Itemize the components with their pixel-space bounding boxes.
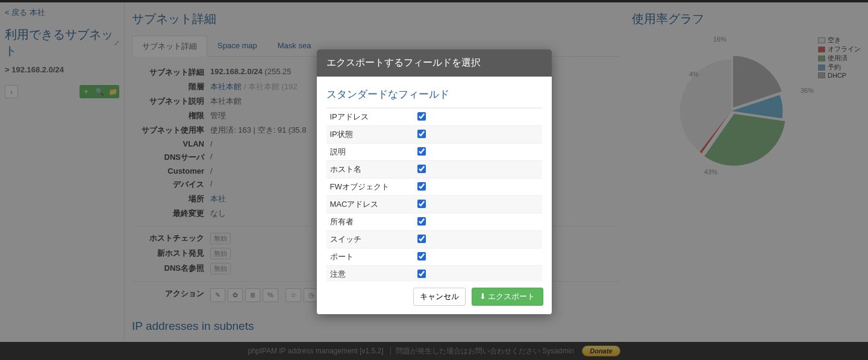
field-label: ホスト名 xyxy=(326,161,414,178)
field-label: 注意 xyxy=(326,266,414,282)
modal-title: エクスポートするフィールドを選択 xyxy=(317,49,552,77)
field-label: 所有者 xyxy=(326,213,414,231)
field-label: IP状態 xyxy=(326,126,414,144)
checkbox-port[interactable] xyxy=(417,252,426,261)
modal-section-header: スタンダードなフィールド xyxy=(326,84,542,108)
download-icon: ⬇ xyxy=(479,292,486,301)
checkbox-hostname[interactable] xyxy=(417,165,426,173)
field-label: MACアドレス xyxy=(326,196,414,213)
checkbox-owner[interactable] xyxy=(417,217,426,226)
field-label: スイッチ xyxy=(326,231,414,248)
checkbox-ipaddress[interactable] xyxy=(417,112,426,121)
field-label: IPアドレス xyxy=(326,109,414,126)
checkbox-description[interactable] xyxy=(417,147,426,156)
export-fields-modal: エクスポートするフィールドを選択 スタンダードなフィールド IPアドレス IP状… xyxy=(317,49,552,314)
field-label: 説明 xyxy=(326,144,414,161)
cancel-button[interactable]: キャンセル xyxy=(413,288,466,306)
checkbox-mac[interactable] xyxy=(417,200,426,208)
checkbox-fwobject[interactable] xyxy=(417,182,426,191)
field-label: ポート xyxy=(326,248,414,266)
field-label: FWオブジェクト xyxy=(326,178,414,196)
export-button[interactable]: ⬇ エクスポート xyxy=(472,288,543,306)
checkbox-ipstatus[interactable] xyxy=(417,130,426,138)
checkbox-switch[interactable] xyxy=(417,235,426,243)
checkbox-note[interactable] xyxy=(417,270,426,278)
